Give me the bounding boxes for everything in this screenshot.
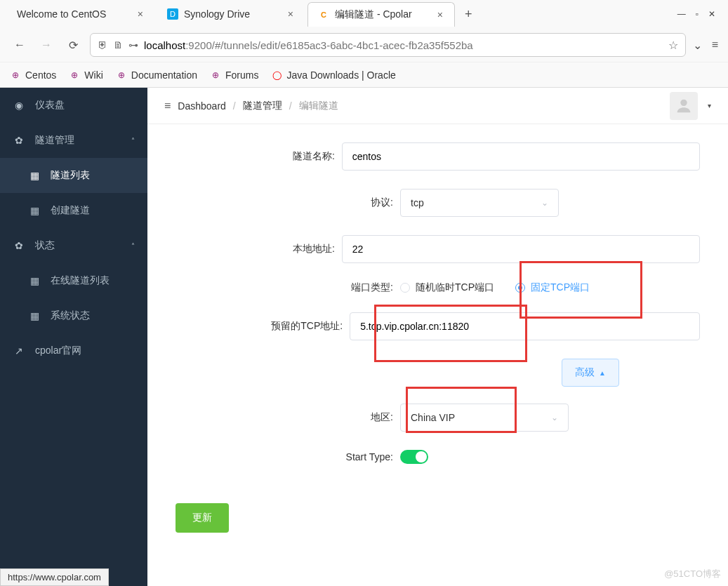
region-value: China VIP <box>411 412 455 423</box>
sidebar-item-online-tunnels[interactable]: ▦ 在线隧道列表 <box>0 263 147 298</box>
close-window-button[interactable]: ✕ <box>708 9 715 19</box>
advanced-label: 高级 <box>575 366 595 379</box>
maximize-button[interactable]: ▫ <box>696 9 699 19</box>
sidebar-item-create-tunnel[interactable]: ▦ 创建隧道 <box>0 193 147 228</box>
sidebar-label: 隧道管理 <box>35 134 74 147</box>
forums-icon: ⊕ <box>210 69 221 81</box>
start-type-label: Start Type: <box>147 451 400 462</box>
sidebar-label: 系统状态 <box>51 309 90 322</box>
bookmark-documentation[interactable]: ⊕ Documentation <box>116 69 197 81</box>
centos-icon: ⊕ <box>10 69 21 81</box>
sidebar-item-system-status[interactable]: ▦ 系统状态 <box>0 298 147 333</box>
sidebar-item-dashboard[interactable]: ◉ 仪表盘 <box>0 88 147 123</box>
avatar[interactable] <box>670 92 698 120</box>
app: ◉ 仪表盘 ✿ 隧道管理 ˄ ▦ 隧道列表 ▦ 创建隧道 ✿ 状态 ˄ ▦ 在线… <box>0 88 728 586</box>
topbar: ≡ Dashboard / 隧道管理 / 编辑隧道 ▾ <box>147 88 728 124</box>
system-icon: ▦ <box>28 310 41 321</box>
cpolar-icon: C <box>318 9 329 20</box>
breadcrumb-root[interactable]: Dashboard <box>178 100 226 112</box>
main-content: ≡ Dashboard / 隧道管理 / 编辑隧道 ▾ 隧道名称: 协议: <box>147 88 728 586</box>
key-icon: ⊶ <box>128 39 138 51</box>
region-label: 地区: <box>147 411 400 424</box>
port-type-fixed-radio[interactable]: 固定TCP端口 <box>515 281 590 294</box>
status-bar: https://www.cpolar.com <box>0 568 109 586</box>
reserved-tcp-input[interactable] <box>350 312 700 340</box>
sidebar: ◉ 仪表盘 ✿ 隧道管理 ˄ ▦ 隧道列表 ▦ 创建隧道 ✿ 状态 ˄ ▦ 在线… <box>0 88 147 586</box>
minimize-button[interactable]: — <box>677 9 686 19</box>
sidebar-label: 状态 <box>35 239 55 252</box>
bookmark-label: Documentation <box>131 69 197 81</box>
breadcrumb-mid[interactable]: 隧道管理 <box>243 100 282 112</box>
reload-button[interactable]: ⟳ <box>63 35 83 55</box>
region-select[interactable]: China VIP ⌄ <box>400 404 569 432</box>
port-type-label: 端口类型: <box>147 281 400 294</box>
tab-synology[interactable]: D Synology Drive × <box>157 3 305 25</box>
tab-cpolar[interactable]: C 编辑隧道 - Cpolar × <box>307 2 455 27</box>
svg-point-0 <box>680 99 687 105</box>
protocol-value: tcp <box>411 197 424 208</box>
radio-icon <box>400 283 410 293</box>
online-icon: ▦ <box>28 275 41 286</box>
start-type-toggle[interactable] <box>400 450 428 464</box>
hamburger-icon[interactable]: ≡ <box>164 100 171 112</box>
app-menu-icon[interactable]: ≡ <box>712 39 718 52</box>
bookmark-wiki[interactable]: ⊕ Wiki <box>69 69 102 81</box>
tabs-row: Welcome to CentOS × D Synology Drive × C… <box>0 0 728 28</box>
doc-icon: ⊕ <box>116 69 127 81</box>
tunnel-form: 隧道名称: 协议: tcp ⌄ 本地地址: 端口类型: 随机临时T <box>147 124 728 561</box>
sidebar-label: cpolar官网 <box>35 345 81 357</box>
bookmark-label: Forums <box>225 69 258 81</box>
chevron-down-icon: ⌄ <box>541 198 548 208</box>
chevron-up-icon: ˄ <box>131 242 135 250</box>
protocol-label: 协议: <box>147 197 400 209</box>
sidebar-label: 在线隧道列表 <box>51 274 110 287</box>
url-row: ← → ⟳ ⛨ 🗎 ⊶ localhost:9200/#/tunnels/edi… <box>0 28 728 62</box>
chevron-down-icon[interactable]: ▾ <box>708 102 711 109</box>
bookmark-centos[interactable]: ⊕ Centos <box>10 69 56 81</box>
sidebar-item-tunnel-list[interactable]: ▦ 隧道列表 <box>0 158 147 193</box>
tunnel-icon: ✿ <box>13 135 25 146</box>
bookmark-forums[interactable]: ⊕ Forums <box>210 69 258 81</box>
bookmark-java[interactable]: ◯ Java Downloads | Oracle <box>271 69 395 81</box>
breadcrumb-current: 编辑隧道 <box>299 100 338 112</box>
close-icon[interactable]: × <box>286 8 295 20</box>
chevron-up-icon: ˄ <box>131 137 135 145</box>
forward-button[interactable]: → <box>37 35 56 55</box>
breadcrumb: Dashboard / 隧道管理 / 编辑隧道 <box>178 100 338 112</box>
sidebar-label: 创建隧道 <box>51 204 90 217</box>
url-bar[interactable]: ⛨ 🗎 ⊶ localhost:9200/#/tunnels/edit/e618… <box>90 33 686 57</box>
advanced-toggle-button[interactable]: 高级 ▲ <box>562 359 619 387</box>
local-addr-input[interactable] <box>342 235 700 263</box>
radio-label: 固定TCP端口 <box>531 281 590 294</box>
breadcrumb-sep: / <box>289 100 292 112</box>
tunnel-name-label: 隧道名称: <box>147 150 342 163</box>
tab-label: 编辑隧道 - Cpolar <box>335 8 430 21</box>
pocket-icon[interactable]: ⌄ <box>693 39 702 52</box>
browser-chrome: Welcome to CentOS × D Synology Drive × C… <box>0 0 728 88</box>
list-icon: ▦ <box>28 170 41 181</box>
sidebar-item-status[interactable]: ✿ 状态 ˄ <box>0 228 147 263</box>
port-type-random-radio[interactable]: 随机临时TCP端口 <box>400 281 494 294</box>
tab-label: Synology Drive <box>184 8 281 20</box>
tunnel-name-input[interactable] <box>342 142 700 171</box>
bookmark-label: Wiki <box>84 69 102 81</box>
create-icon: ▦ <box>28 205 41 216</box>
new-tab-button[interactable]: + <box>458 3 479 26</box>
breadcrumb-sep: / <box>233 100 236 112</box>
protocol-select[interactable]: tcp ⌄ <box>400 189 559 217</box>
close-icon[interactable]: × <box>436 9 444 20</box>
bookmark-label: Centos <box>25 69 56 81</box>
back-button[interactable]: ← <box>10 35 29 55</box>
external-link-icon: ↗ <box>13 345 25 357</box>
tab-centos[interactable]: Welcome to CentOS × <box>7 3 154 25</box>
wiki-icon: ⊕ <box>69 69 80 81</box>
shield-icon: ⛨ <box>98 39 107 51</box>
close-icon[interactable]: × <box>136 8 145 20</box>
sidebar-item-cpolar-site[interactable]: ↗ cpolar官网 <box>0 333 147 368</box>
page-icon: 🗎 <box>113 39 123 51</box>
sidebar-item-tunnel-mgmt[interactable]: ✿ 隧道管理 ˄ <box>0 123 147 158</box>
bookmark-star-icon[interactable]: ☆ <box>668 39 678 52</box>
bookmark-label: Java Downloads | Oracle <box>286 69 395 81</box>
update-button[interactable]: 更新 <box>176 503 229 533</box>
chevron-down-icon: ⌄ <box>551 413 558 422</box>
